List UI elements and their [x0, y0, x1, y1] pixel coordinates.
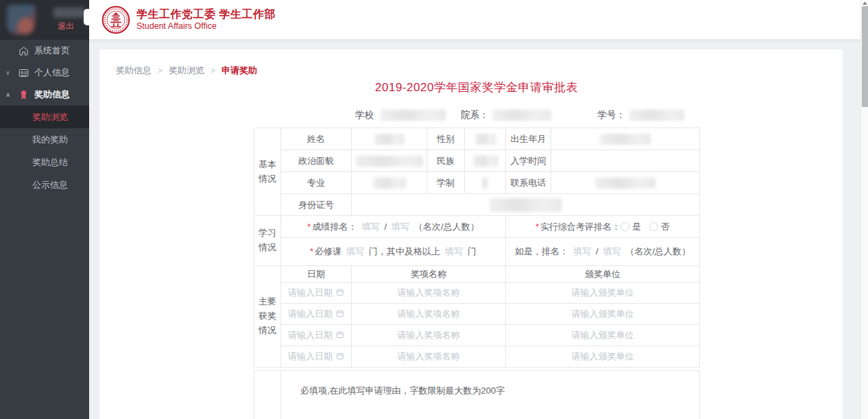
- chevron-up-icon: ∧: [5, 91, 10, 98]
- award-name-header: 奖项名称: [352, 266, 506, 283]
- sidebar-collapse-handle[interactable]: [84, 9, 89, 25]
- birth-redacted: [600, 134, 651, 145]
- award-row: 请输入日期 请输入奖项名称 请输入颁奖单位: [254, 304, 700, 325]
- rank-note: （名次/总人数）: [414, 222, 479, 232]
- home-icon: [19, 46, 29, 56]
- major-redacted: [373, 178, 406, 189]
- comprehensive-row: *实行综合考评排名：是否: [506, 216, 700, 238]
- ifyes-total-input[interactable]: 填写: [603, 246, 621, 256]
- sid-label: 学号：: [598, 109, 626, 121]
- radio-yes[interactable]: [620, 222, 629, 231]
- political-value: [352, 150, 427, 172]
- gender-value: [465, 128, 506, 150]
- sidebar-sub-public-info[interactable]: 公示信息: [0, 173, 89, 196]
- ethnic-label: 民族: [427, 150, 465, 172]
- rank-input[interactable]: 填写: [361, 222, 379, 232]
- award-unit-input[interactable]: 请输入颁奖单位: [506, 346, 700, 368]
- award-date-input[interactable]: 请输入日期: [281, 346, 352, 368]
- radio-no[interactable]: [649, 222, 658, 231]
- award-unit-input[interactable]: 请输入颁奖单位: [506, 325, 700, 346]
- application-form: 2019-2020学年国家奖学金申请审批表 学校 院系： 学号： 基本情况 姓名…: [254, 80, 699, 419]
- enroll-value: [551, 150, 700, 172]
- award-date-input[interactable]: 请输入日期: [281, 283, 352, 304]
- award-name-input[interactable]: 请输入奖项名称: [352, 346, 506, 368]
- award-date-placeholder: 请输入日期: [288, 330, 333, 340]
- breadcrumb: 奖助信息 > 奖助浏览 > 申请奖助: [116, 64, 257, 77]
- sidebar-item-award[interactable]: ∧ 奖助信息: [0, 84, 89, 106]
- id-redacted: [490, 198, 562, 212]
- radio-no-label[interactable]: 否: [661, 222, 670, 232]
- radio-yes-label[interactable]: 是: [632, 222, 641, 232]
- window-scrollbar[interactable]: [860, 0, 868, 419]
- award-unit-placeholder: 请输入颁奖单位: [572, 351, 634, 361]
- award-name-input[interactable]: 请输入奖项名称: [352, 304, 506, 325]
- award-unit-input[interactable]: 请输入颁奖单位: [506, 283, 700, 304]
- major-value: [352, 172, 427, 194]
- brand: 学生工作党工委 学生工作部 Student Affairs Office: [101, 5, 276, 34]
- chevron-down-icon: ∨: [5, 69, 10, 76]
- sidebar-item-label: 个人信息: [34, 67, 70, 79]
- breadcrumb-separator: >: [210, 66, 215, 75]
- breadcrumb-award-info[interactable]: 奖助信息: [116, 64, 152, 77]
- breadcrumb-separator: >: [158, 66, 162, 75]
- award-date-input[interactable]: 请输入日期: [281, 325, 352, 346]
- sidebar-sub-my-awards[interactable]: 我的奖助: [0, 128, 89, 151]
- award-row: 请输入日期 请输入奖项名称 请输入颁奖单位: [254, 283, 700, 304]
- sidebar-item-home[interactable]: 系统首页: [0, 40, 89, 62]
- school-label: 学校: [355, 109, 374, 121]
- award-name-placeholder: 请输入奖项名称: [398, 287, 460, 298]
- group-basic-info: 基本情况: [254, 128, 281, 216]
- sidebar-sub-award-summary[interactable]: 奖助总结: [0, 151, 89, 173]
- sidebar-item-label: 奖助信息: [34, 88, 70, 101]
- ethnic-value: [465, 150, 506, 172]
- birth-value: [551, 128, 700, 150]
- org-title-cn: 学生工作党工委 学生工作部: [136, 8, 276, 21]
- award-row: 请输入日期 请输入奖项名称 请输入颁奖单位: [254, 346, 700, 368]
- form-table: 基本情况 姓名 性别 出生年月 政治面貌 民族 入学时间 专业 学制: [254, 128, 700, 368]
- required-mark: *: [310, 246, 313, 256]
- sidebar-sub-award-browse[interactable]: 奖助浏览: [0, 106, 89, 128]
- course-count-input[interactable]: 填写: [346, 246, 364, 256]
- award-unit-placeholder: 请输入颁奖单位: [572, 330, 634, 340]
- school-value-redacted: [381, 110, 446, 121]
- scroll-up-button[interactable]: [861, 0, 868, 6]
- required-mark: *: [307, 222, 311, 232]
- dept-label: 院系：: [461, 109, 489, 121]
- sidebar-menu: 系统首页 ∨ 个人信息 ∧ 奖助信息 奖助浏览 我的奖助 奖助总结 公示信息: [0, 40, 89, 196]
- award-date-input[interactable]: 请输入日期: [281, 304, 352, 325]
- course-mid-label: 门，其中及格以上: [369, 246, 440, 256]
- dept-value-redacted: [493, 110, 551, 121]
- enroll-label: 入学时间: [506, 150, 551, 172]
- university-seal-logo: [101, 5, 130, 34]
- form-head-row: 学校 院系： 学号：: [254, 108, 699, 122]
- name-value: [352, 128, 427, 150]
- award-name-placeholder: 请输入奖项名称: [398, 330, 460, 340]
- course-pass-input[interactable]: 填写: [445, 246, 463, 256]
- phone-value: [551, 172, 700, 194]
- reason-textarea[interactable]: 必填项,在此填写申请理由，字数限制最大数为200字: [281, 371, 700, 419]
- award-name-input[interactable]: 请输入奖项名称: [352, 283, 506, 304]
- scroll-up-arrow-icon: [863, 1, 867, 5]
- name-redacted: [374, 134, 405, 145]
- breadcrumb-award-browse[interactable]: 奖助浏览: [169, 64, 204, 77]
- id-card-icon: [19, 68, 29, 78]
- rank-total-input[interactable]: 填写: [391, 222, 409, 232]
- ifyes-row: 如是，排名：填写/填写（名次/总人数）: [506, 238, 700, 266]
- award-name-input[interactable]: 请输入奖项名称: [352, 325, 506, 346]
- comprehensive-label: 实行综合考评排名：: [540, 222, 620, 232]
- content-card: 奖助信息 > 奖助浏览 > 申请奖助 2019-2020学年国家奖学金申请审批表…: [99, 49, 843, 419]
- phone-label: 联系电话: [506, 172, 551, 194]
- sidebar-item-personal[interactable]: ∨ 个人信息: [0, 62, 89, 84]
- group-study-info: 学习情况: [254, 216, 281, 266]
- avatar: [7, 5, 36, 35]
- ifyes-rank-input[interactable]: 填写: [573, 246, 591, 256]
- award-name-placeholder: 请输入奖项名称: [398, 309, 460, 319]
- username-redacted: [53, 8, 85, 18]
- logout-button[interactable]: 退出: [58, 21, 74, 32]
- scrollbar-thumb[interactable]: [862, 6, 868, 107]
- length-value: [465, 172, 506, 194]
- award-icon: [19, 90, 29, 100]
- name-label: 姓名: [281, 128, 352, 150]
- award-unit-input[interactable]: 请输入颁奖单位: [506, 304, 700, 325]
- award-unit-placeholder: 请输入颁奖单位: [572, 287, 634, 298]
